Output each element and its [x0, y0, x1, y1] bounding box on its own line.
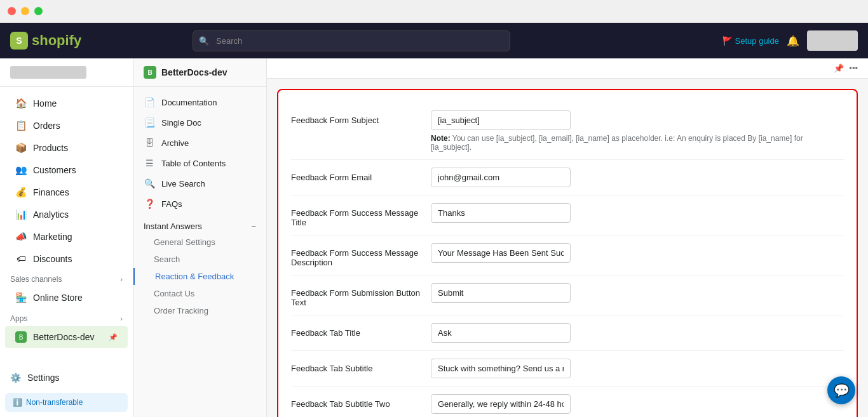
- maximize-button[interactable]: [34, 7, 43, 15]
- sidebar-item-settings[interactable]: ⚙️ Settings: [0, 367, 133, 388]
- chat-bubble-button[interactable]: 💬: [827, 376, 855, 404]
- sidebar-item-label-products: Products: [33, 143, 68, 153]
- store-name: [0, 58, 133, 87]
- sub-nav-archive[interactable]: 🗄 Archive: [133, 133, 266, 153]
- tab-title-label: Feedback Tab Title: [291, 323, 431, 338]
- settings-label: Settings: [27, 373, 60, 383]
- sidebar-item-label-discounts: Discounts: [33, 254, 72, 264]
- sub-app-icon: B: [144, 66, 156, 79]
- sub-nav-search[interactable]: Search: [133, 251, 266, 268]
- form-row-subject: Feedback Form Subject Note: You can use …: [291, 103, 844, 160]
- tab-subtitle-input[interactable]: [431, 359, 571, 378]
- non-transferable-badge: ℹ️ Non-transferable: [5, 393, 128, 412]
- doc-icon: 📄: [144, 97, 155, 107]
- sub-nav-general-settings[interactable]: General Settings: [133, 234, 266, 251]
- setup-guide-label: Setup guide: [735, 36, 779, 46]
- shopify-logo-text: shopify: [32, 32, 81, 49]
- close-button[interactable]: [8, 7, 16, 15]
- success-desc-label: Feedback Form Success Message Descriptio…: [291, 243, 431, 267]
- pin-icon: 📌: [109, 333, 118, 341]
- store-name-placeholder: [10, 66, 86, 79]
- sidebar-item-discounts[interactable]: 🏷 Discounts: [5, 248, 128, 269]
- sidebar-item-label-online-store: Online Store: [33, 293, 83, 303]
- tab-subtitle-two-input[interactable]: [431, 394, 571, 414]
- sub-nav-documentation[interactable]: 📄 Documentation: [133, 92, 266, 112]
- archive-icon: 🗄: [144, 138, 155, 148]
- sidebar: 🏠 Home 📋 Orders 📦 Products 👥 Customers 💰…: [0, 58, 133, 417]
- email-label: Feedback Form Email: [291, 168, 431, 182]
- sub-app-name: BetterDocs-dev: [161, 67, 227, 77]
- analytics-icon: 📊: [15, 209, 27, 220]
- sidebar-item-products[interactable]: 📦 Products: [5, 137, 128, 159]
- minimize-button[interactable]: [21, 7, 29, 15]
- success-title-label: Feedback Form Success Message Title: [291, 203, 431, 227]
- sub-nav-documentation-label: Documentation: [161, 98, 217, 107]
- sidebar-item-label-finances: Finances: [33, 187, 69, 197]
- form-row-email: Feedback Form Email: [291, 160, 844, 195]
- tab-subtitle-label: Feedback Tab Subtitle: [291, 359, 431, 373]
- marketing-icon: 📣: [15, 231, 27, 242]
- sidebar-item-betterdocs[interactable]: B BetterDocs-dev 📌: [5, 326, 128, 348]
- search-input[interactable]: [193, 30, 510, 51]
- toc-icon: ☰: [144, 158, 155, 168]
- avatar: [807, 30, 858, 51]
- sidebar-item-label-orders: Orders: [33, 121, 60, 131]
- content-area: Feedback Form Subject Note: You can use …: [267, 79, 868, 417]
- subject-input[interactable]: [431, 110, 571, 130]
- form-row-success-title: Feedback Form Success Message Title: [291, 195, 844, 235]
- sub-nav-single-doc-label: Single Doc: [161, 118, 201, 128]
- notification-bell-icon[interactable]: 🔔: [787, 35, 799, 47]
- single-doc-icon: 📃: [144, 117, 155, 128]
- setup-guide-button[interactable]: 🚩 Setup guide: [722, 36, 779, 46]
- more-options-icon[interactable]: •••: [849, 63, 858, 73]
- discounts-icon: 🏷: [15, 253, 27, 264]
- sub-sidebar-nav: 📄 Documentation 📃 Single Doc 🗄 Archive ☰…: [133, 87, 266, 324]
- subject-note: Note: You can use [ia_subject], [ia_emai…: [431, 134, 844, 152]
- nav-right: 🚩 Setup guide 🔔: [722, 30, 858, 51]
- success-title-field: [431, 203, 844, 223]
- sub-nav-live-search-label: Live Search: [161, 179, 205, 189]
- sales-channels-label: Sales channels: [10, 275, 62, 284]
- email-input[interactable]: [431, 168, 571, 187]
- tab-title-input[interactable]: [431, 323, 571, 343]
- window-chrome: [0, 0, 868, 23]
- sidebar-item-online-store[interactable]: 🏪 Online Store: [5, 287, 128, 308]
- tab-subtitle-two-label: Feedback Tab Subtitle Two: [291, 394, 431, 409]
- tab-title-field: [431, 323, 844, 343]
- sidebar-item-home[interactable]: 🏠 Home: [5, 93, 128, 114]
- sidebar-item-orders[interactable]: 📋 Orders: [5, 115, 128, 136]
- sub-nav-reaction-feedback[interactable]: Reaction & Feedback: [133, 268, 266, 285]
- form-row-submit-btn: Feedback Form Submission Button Text: [291, 275, 844, 315]
- instant-answers-label: Instant Answers: [144, 222, 202, 231]
- chevron-right-icon: ›: [120, 275, 123, 283]
- sidebar-nav: 🏠 Home 📋 Orders 📦 Products 👥 Customers 💰…: [0, 87, 133, 367]
- apps-label: Apps: [10, 314, 27, 323]
- subject-label: Feedback Form Subject: [291, 110, 431, 125]
- live-search-icon: 🔍: [144, 178, 155, 189]
- sidebar-item-analytics[interactable]: 📊 Analytics: [5, 204, 128, 225]
- sidebar-item-marketing[interactable]: 📣 Marketing: [5, 226, 128, 248]
- sidebar-item-finances[interactable]: 💰 Finances: [5, 182, 128, 203]
- main-content: 📌 ••• Feedback Form Subject Note: You ca…: [267, 58, 868, 417]
- submit-btn-field: [431, 283, 844, 303]
- success-desc-input[interactable]: [431, 243, 571, 263]
- sub-nav-live-search[interactable]: 🔍 Live Search: [133, 173, 266, 194]
- sidebar-item-label-customers: Customers: [33, 165, 76, 175]
- sub-nav-contact-us[interactable]: Contact Us: [133, 285, 266, 302]
- form-row-success-desc: Feedback Form Success Message Descriptio…: [291, 235, 844, 275]
- sub-nav-order-tracking[interactable]: Order Tracking: [133, 302, 266, 319]
- instant-answers-section: Instant Answers −: [133, 214, 266, 234]
- pin-top-icon[interactable]: 📌: [834, 63, 844, 73]
- sub-nav-toc-label: Table of Contents: [161, 159, 226, 168]
- success-title-input[interactable]: [431, 203, 571, 223]
- main-top-right: 📌 •••: [834, 63, 858, 73]
- online-store-icon: 🏪: [15, 292, 27, 303]
- sub-nav-table-of-contents[interactable]: ☰ Table of Contents: [133, 153, 266, 173]
- form-row-tab-subtitle-two: Feedback Tab Subtitle Two: [291, 387, 844, 417]
- sub-nav-single-doc[interactable]: 📃 Single Doc: [133, 112, 266, 133]
- sidebar-item-customers[interactable]: 👥 Customers: [5, 159, 128, 181]
- finances-icon: 💰: [15, 187, 27, 198]
- sub-nav-faqs[interactable]: ❓ FAQs: [133, 194, 266, 214]
- flag-icon: 🚩: [722, 36, 733, 46]
- submit-btn-input[interactable]: [431, 283, 571, 303]
